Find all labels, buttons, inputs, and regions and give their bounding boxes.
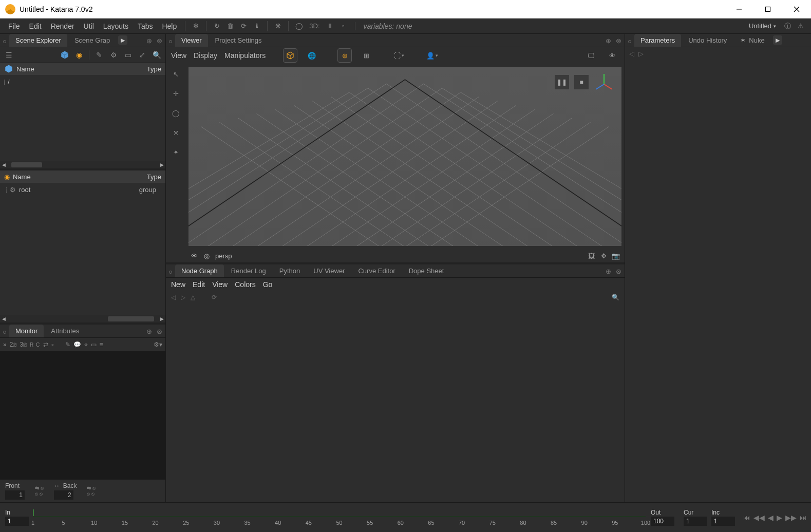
viewer-windows-icon[interactable]: ⊞: [359, 48, 373, 63]
transport-first-icon[interactable]: ⏮: [743, 514, 750, 522]
mon-tgt-icon[interactable]: ⌖: [84, 341, 88, 348]
viewport-canvas[interactable]: ❚❚ ■: [188, 67, 621, 246]
tree2-body[interactable]: ⚙root group: [0, 183, 165, 315]
vp-img-icon[interactable]: 🖼: [588, 252, 595, 259]
detach-icon[interactable]: ⊕: [145, 327, 153, 335]
tab-render-log[interactable]: Render Log: [225, 264, 272, 277]
tab-curve-editor[interactable]: Curve Editor: [352, 264, 401, 277]
select-tool-icon[interactable]: ↖: [169, 68, 182, 80]
ng-back-icon[interactable]: ◁: [171, 294, 176, 301]
mon-prev-icon[interactable]: »: [3, 341, 7, 348]
refresh-icon[interactable]: ↻: [211, 20, 223, 32]
tab-monitor[interactable]: Monitor: [9, 325, 44, 337]
monitor-front-value[interactable]: 1: [5, 490, 25, 500]
close-button[interactable]: [782, 0, 811, 18]
viewer-eye-icon[interactable]: 👁: [605, 48, 619, 63]
tab-scene-explorer[interactable]: Scene Explorer: [9, 34, 67, 47]
monitor-back-value[interactable]: 2: [54, 490, 73, 500]
mon-pencil-icon[interactable]: ✎: [65, 341, 70, 348]
scale-tool-icon[interactable]: ⤧: [169, 126, 182, 139]
swirl-icon[interactable]: ◉: [73, 49, 85, 61]
mon-proxy-icon[interactable]: ▫: [51, 341, 53, 348]
tab-attributes[interactable]: Attributes: [45, 325, 85, 337]
ng-menu-new[interactable]: New: [171, 280, 185, 289]
tabs-overflow-button[interactable]: ▶: [118, 35, 127, 45]
vp-target-icon[interactable]: ◎: [203, 252, 210, 259]
ng-menu-view[interactable]: View: [212, 280, 228, 289]
transport-play-icon[interactable]: ▶: [777, 514, 782, 522]
panel-menu-icon[interactable]: [3, 331, 6, 334]
vp-eye-icon[interactable]: 👁: [191, 252, 198, 259]
viewer-cube-icon[interactable]: [283, 48, 297, 63]
mon-2d-toggle[interactable]: 2⎚: [10, 341, 17, 348]
box-icon[interactable]: ▭: [122, 49, 134, 61]
panel-menu-icon[interactable]: [169, 40, 172, 43]
tab-nuke[interactable]: ✶Nuke: [734, 34, 770, 47]
trash-icon[interactable]: 🗑: [224, 20, 236, 32]
vp-move-icon[interactable]: ✥: [600, 252, 607, 259]
reload-icon[interactable]: ⟳: [237, 20, 250, 32]
axis-gizmo-icon[interactable]: [594, 72, 614, 92]
mon-rc-label[interactable]: R C: [30, 342, 40, 348]
monitor-lock2-icon[interactable]: ⇆ ⎋⎋ ⎋: [87, 485, 96, 497]
cube-icon[interactable]: [59, 49, 70, 61]
tree1-root-row[interactable]: /: [4, 77, 161, 87]
param-fwd-icon[interactable]: ▷: [638, 50, 644, 58]
mon-comment-icon[interactable]: 💬: [73, 341, 81, 348]
close-panel-icon[interactable]: ⊗: [614, 267, 623, 275]
timeline-inc-value[interactable]: 1: [711, 517, 735, 526]
panel-menu-icon[interactable]: [169, 271, 172, 274]
ng-up-icon[interactable]: △: [191, 294, 195, 301]
mon-link-icon[interactable]: ⇄: [43, 341, 48, 348]
panel-menu-icon[interactable]: [628, 40, 631, 43]
variables-label[interactable]: variables: none: [355, 22, 412, 30]
expand-icon[interactable]: ⤢: [137, 49, 148, 61]
ng-menu-colors[interactable]: Colors: [235, 280, 255, 289]
viewport-stop-button[interactable]: ■: [574, 75, 589, 89]
search-icon[interactable]: 🔍: [151, 49, 162, 61]
menu-help[interactable]: Help: [158, 20, 181, 32]
viewer-menu-display[interactable]: Display: [194, 51, 217, 60]
viewer-crop-dropdown[interactable]: ⛶: [392, 48, 406, 63]
tab-python[interactable]: Python: [273, 264, 306, 277]
tree2-root-row[interactable]: ⚙root group: [4, 185, 161, 195]
close-panel-icon[interactable]: ⊗: [155, 36, 163, 45]
ng-fwd-icon[interactable]: ▷: [181, 294, 185, 301]
tab-uv-viewer[interactable]: UV Viewer: [307, 264, 351, 277]
rotate-tool-icon[interactable]: ◯: [169, 107, 182, 119]
transport-back-icon[interactable]: ◀: [768, 514, 774, 522]
ng-menu-go[interactable]: Go: [263, 280, 273, 289]
detach-icon[interactable]: ⊕: [604, 36, 612, 45]
pencil-icon[interactable]: ✎: [93, 49, 105, 61]
tab-undo-history[interactable]: Undo History: [682, 34, 733, 47]
timeline-out-value[interactable]: 100: [651, 517, 674, 526]
menu-render[interactable]: Render: [47, 20, 79, 32]
menu-edit[interactable]: Edit: [25, 20, 46, 32]
mon-gear-icon[interactable]: ⚙▾: [154, 341, 162, 348]
menu-layouts[interactable]: Layouts: [99, 20, 133, 32]
ng-refresh-icon[interactable]: ⟳: [212, 294, 217, 301]
tab-project-settings[interactable]: Project Settings: [209, 34, 268, 47]
transport-prev-icon[interactable]: ◀◀: [753, 514, 765, 522]
circle-icon[interactable]: ◯: [293, 20, 305, 32]
project-dropdown[interactable]: Untitled▾: [745, 22, 780, 30]
transform-tool-icon[interactable]: ✦: [169, 146, 182, 158]
monitor-lock1-icon[interactable]: ⇆ ⎋⎋ ⎋: [35, 485, 44, 497]
parameters-body[interactable]: [625, 60, 811, 502]
warning-icon[interactable]: ⚠: [795, 20, 807, 32]
detach-icon[interactable]: ⊕: [604, 267, 612, 275]
tree1-body[interactable]: /: [0, 75, 165, 161]
vp-camera-icon[interactable]: 📷: [612, 252, 619, 259]
tab-node-graph[interactable]: Node Graph: [175, 264, 224, 277]
timeline-in-value[interactable]: 1: [5, 517, 29, 526]
square-icon[interactable]: ▫: [337, 20, 350, 32]
menu-util[interactable]: Util: [80, 20, 98, 32]
mon-box-icon[interactable]: ▭: [91, 341, 97, 348]
viewer-user-dropdown[interactable]: 👤: [425, 48, 439, 63]
gear2-icon[interactable]: ⚙: [108, 49, 119, 61]
tab-dope-sheet[interactable]: Dope Sheet: [403, 264, 450, 277]
viewer-wire-globe-icon[interactable]: ⊛: [337, 48, 352, 63]
node-graph-canvas[interactable]: [166, 303, 625, 502]
tab-viewer[interactable]: Viewer: [175, 34, 208, 47]
menu-file[interactable]: File: [4, 20, 24, 32]
